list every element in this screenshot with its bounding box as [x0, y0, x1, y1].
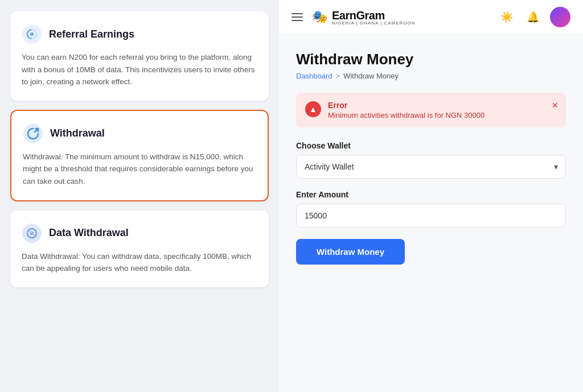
breadcrumb: Dashboard > Withdraw Money	[296, 72, 566, 80]
withdrawal-card-title: Withdrawal	[50, 127, 105, 139]
logo-icon: 🎭	[312, 10, 327, 24]
withdrawal-card-body: Withdrawal: The minimum amount to withdr…	[23, 151, 256, 188]
svg-point-1	[30, 32, 34, 36]
amount-label: Enter Amount	[296, 190, 566, 199]
error-close-button[interactable]: ×	[552, 100, 558, 112]
referral-icon	[22, 24, 42, 44]
referral-card-title: Referral Earnings	[49, 28, 134, 40]
withdraw-button[interactable]: Withdraw Money	[296, 239, 405, 265]
error-alert: ▲ Error Minimum activities withdrawal is…	[296, 93, 566, 127]
breadcrumb-separator: >	[336, 72, 340, 80]
referral-card-header: Referral Earnings	[22, 24, 257, 44]
page-title: Withdraw Money	[296, 51, 566, 68]
amount-input[interactable]	[296, 204, 566, 228]
amount-form-group: Enter Amount	[296, 190, 566, 228]
header-icons: ☀️ 🔔	[498, 7, 570, 27]
referral-card: Referral Earnings You can earn N200 for …	[10, 11, 269, 101]
logo-area: 🎭 EarnGram NIGERIA | GHANA | CAMEROON	[312, 9, 488, 26]
error-body: Error Minimum activities withdrawal is f…	[328, 101, 557, 119]
wallet-select-wrapper: Activity Wallet Data Wallet Referral Wal…	[296, 155, 566, 179]
main-content: Withdraw Money Dashboard > Withdraw Mone…	[279, 35, 583, 392]
notification-bell[interactable]: 🔔	[524, 8, 542, 26]
wallet-select[interactable]: Activity Wallet Data Wallet Referral Wal…	[296, 155, 566, 179]
data-withdrawal-card-body: Data Withdrawal: You can withdraw data, …	[22, 250, 257, 275]
wallet-label: Choose Wallet	[296, 141, 566, 150]
breadcrumb-current: Withdraw Money	[343, 72, 399, 80]
error-title: Error	[328, 101, 557, 110]
withdrawal-card: Withdrawal Withdrawal: The minimum amoun…	[10, 110, 269, 201]
right-panel: 🎭 EarnGram NIGERIA | GHANA | CAMEROON ☀️…	[279, 0, 583, 392]
withdrawal-card-header: Withdrawal	[23, 123, 256, 144]
left-panel: Referral Earnings You can earn N200 for …	[0, 0, 279, 392]
logo-text-block: EarnGram NIGERIA | GHANA | CAMEROON	[332, 9, 416, 26]
logo-tagline: NIGERIA | GHANA | CAMEROON	[332, 20, 416, 26]
svg-point-2	[23, 124, 43, 143]
data-withdrawal-card: Data Withdrawal Data Withdrawal: You can…	[10, 211, 269, 287]
hamburger-menu[interactable]	[292, 13, 303, 21]
error-message: Minimum activities withdrawal is for NGN…	[328, 111, 557, 119]
wallet-form-group: Choose Wallet Activity Wallet Data Walle…	[296, 141, 566, 179]
breadcrumb-dashboard[interactable]: Dashboard	[296, 72, 332, 80]
theme-toggle[interactable]: ☀️	[498, 8, 516, 26]
error-icon: ▲	[305, 101, 321, 117]
referral-card-body: You can earn N200 for each referral you …	[22, 51, 257, 88]
header: 🎭 EarnGram NIGERIA | GHANA | CAMEROON ☀️…	[279, 0, 583, 35]
user-avatar[interactable]	[550, 7, 570, 27]
data-withdrawal-card-title: Data Withdrawal	[49, 227, 129, 239]
data-withdrawal-card-header: Data Withdrawal	[22, 223, 257, 244]
logo-text: EarnGram	[332, 9, 385, 22]
data-icon	[22, 223, 42, 244]
withdrawal-icon	[23, 123, 43, 144]
